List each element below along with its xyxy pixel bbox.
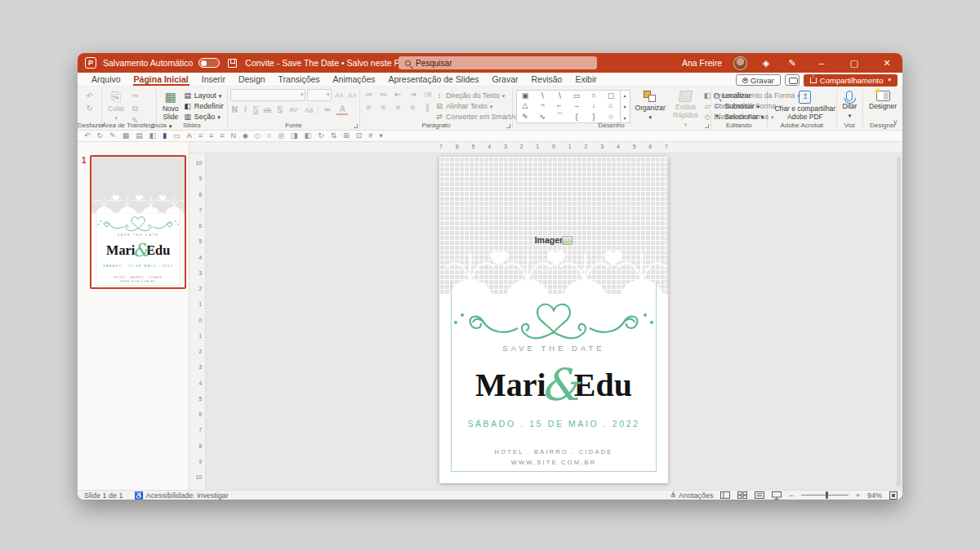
shape-brace-r[interactable]: } — [593, 113, 595, 121]
layout-button[interactable]: ▤Layout▾ — [184, 91, 224, 100]
qat-flip[interactable]: ⇅ — [331, 131, 337, 141]
qat-layout[interactable]: ▤ — [136, 131, 143, 141]
shape-star[interactable]: ☆ — [608, 113, 614, 121]
shape-arrow-line[interactable]: ∖ — [557, 91, 562, 100]
shape-gallery-scroll[interactable]: ▴▾▾ — [621, 90, 630, 123]
menu-tab[interactable]: Exibir — [568, 73, 603, 86]
accessibility-status[interactable]: ♿Acessibilidade: investigar — [135, 491, 229, 500]
outdent[interactable]: ⇤ — [393, 89, 403, 100]
menu-tab[interactable]: Transições — [272, 73, 327, 86]
slide-canvas[interactable]: Imagem — [206, 153, 902, 490]
autosave-toggle[interactable] — [198, 58, 220, 68]
zoom-in-button[interactable]: + — [856, 491, 860, 500]
zoom-slider[interactable] — [801, 495, 849, 496]
menu-tab[interactable]: Apresentação de Slides — [382, 73, 486, 86]
qat-align-right[interactable]: ≡ — [220, 131, 224, 141]
designer-button[interactable]: Designer — [866, 89, 899, 113]
font-color-button[interactable]: A — [336, 105, 348, 115]
font-size-select[interactable] — [307, 89, 332, 101]
paragraph-dialog-launcher[interactable] — [506, 124, 510, 128]
strikethrough-button[interactable]: ab — [262, 104, 272, 115]
qat-reset[interactable]: ◧ — [149, 131, 157, 141]
shape-rect[interactable]: ▭ — [573, 91, 581, 100]
redo-button[interactable]: ↻ — [84, 103, 96, 113]
undo-button[interactable]: ↶ — [84, 91, 96, 101]
close-button[interactable]: ✕ — [876, 58, 898, 69]
badge-icon[interactable]: ◈ — [759, 58, 773, 69]
qat-theme-color[interactable]: ▮ — [163, 131, 167, 141]
zoom-out-button[interactable]: − — [789, 491, 793, 500]
replace-button[interactable]: ⇄Substituir▾ — [714, 102, 764, 111]
qat-more[interactable]: ▾ — [379, 131, 383, 141]
shrink-font-button[interactable]: A˅ — [346, 90, 358, 100]
record-button[interactable]: Gravar — [736, 74, 781, 86]
bold-button[interactable]: N — [230, 104, 238, 115]
qat-format-painter[interactable]: ✎ — [109, 131, 116, 141]
slideshow-view-button[interactable] — [772, 491, 782, 500]
avatar[interactable] — [733, 56, 747, 70]
text-shadow-button[interactable]: S — [275, 104, 283, 115]
ink-pen-icon[interactable]: ✎ — [785, 58, 800, 69]
date-line[interactable]: SÁBADO . 15 DE MAIO . 2022 — [439, 419, 668, 429]
qat-shape-effects[interactable]: ◎ — [278, 131, 284, 141]
qat-align-left[interactable]: ≡ — [198, 131, 203, 141]
justify[interactable]: ≡ — [408, 102, 418, 113]
qat-group[interactable]: ⊡ — [356, 131, 363, 141]
shape-brace-l[interactable]: { — [576, 113, 578, 121]
comments-button[interactable] — [785, 74, 800, 86]
shape-arrow-right[interactable]: → — [573, 101, 581, 109]
line-spacing[interactable]: ↕≡ — [422, 89, 433, 100]
italic-button[interactable]: I — [242, 104, 248, 115]
minimize-button[interactable]: – — [811, 58, 832, 68]
text-direction[interactable]: ↕Direção do Texto▾ — [435, 91, 525, 100]
arrange-button[interactable]: Organizar▾ — [633, 89, 668, 122]
menu-tab[interactable]: Revisão — [525, 73, 569, 86]
qat-shape-fill[interactable]: ◆ — [243, 131, 248, 141]
shape-oval[interactable]: ○ — [591, 91, 595, 100]
highlight-button[interactable]: ✏ — [322, 104, 333, 115]
indent[interactable]: ⇥ — [408, 89, 418, 100]
paste-button[interactable]: ⎘ Colar▾ — [105, 89, 127, 123]
qat-redo[interactable]: ↻ — [97, 131, 104, 141]
qat-rotate[interactable]: ↻ — [318, 131, 324, 141]
qat-bold[interactable]: N — [230, 131, 236, 141]
slide-thumbnail[interactable]: SAVE THE DATE Mari&Edu SÁBADO . 15 DE MA… — [90, 155, 186, 289]
shape-corner[interactable]: ¬ — [540, 101, 544, 109]
select-button[interactable]: ↖Selecionar▾ — [714, 113, 764, 122]
couple-names[interactable]: Mari&Edu — [439, 355, 668, 407]
zoom-slider-thumb[interactable] — [826, 491, 829, 499]
horizontal-ruler[interactable]: 765432101234567 — [189, 142, 902, 153]
website-line[interactable]: WWW.SITE.COM.BR — [439, 459, 668, 466]
qat-crop[interactable]: # — [368, 131, 372, 141]
menu-tab[interactable]: Página Inicial — [127, 73, 195, 86]
shape-line[interactable]: ∖ — [540, 91, 545, 100]
create-pdf-button[interactable]: Criar e compartilhar Adobe PDF — [771, 89, 840, 123]
copy-button[interactable]: ⧉ — [129, 103, 140, 113]
collapse-ribbon-chevron[interactable]: ˅ — [893, 118, 898, 127]
qat-shape[interactable]: ○ — [267, 131, 271, 141]
align-text[interactable]: ⊟Alinhar Texto▾ — [435, 102, 525, 111]
qat-align-center[interactable]: ≡ — [209, 131, 213, 141]
section-button[interactable]: ▥Seção▾ — [184, 113, 224, 122]
restore-button[interactable]: ▢ — [844, 58, 865, 69]
qat-undo[interactable]: ↶ — [84, 131, 91, 141]
shape-round-rect[interactable]: ▢ — [608, 91, 615, 100]
eyebrow-text[interactable]: SAVE THE DATE — [439, 344, 668, 353]
slide-editing-surface[interactable]: Imagem — [439, 157, 668, 483]
venue-line[interactable]: HOTEL . BAIRRO . CIDADE — [439, 448, 668, 455]
reading-view-button[interactable] — [755, 491, 764, 499]
shape-corner2[interactable]: ⌐ — [557, 101, 561, 109]
columns[interactable]: ∥ — [422, 102, 433, 113]
align-right[interactable]: ≡ — [393, 102, 403, 113]
menu-tab[interactable]: Arquivo — [85, 73, 127, 86]
fit-to-window-button[interactable] — [889, 491, 898, 500]
dictate-button[interactable]: Ditar▾ — [840, 89, 859, 121]
menu-tab[interactable]: Design — [232, 73, 272, 86]
clipboard-dialog-launcher[interactable] — [150, 124, 154, 128]
canvas-scrollbar[interactable] — [897, 157, 901, 487]
qat-new-slide[interactable]: ▦ — [122, 131, 130, 141]
menu-tab[interactable]: Animações — [327, 73, 382, 86]
search-input[interactable]: Pesquisar — [399, 56, 597, 69]
qat-bring-forward[interactable]: ◨ — [291, 131, 298, 141]
shape-arrow-down[interactable]: ↓ — [592, 101, 596, 109]
